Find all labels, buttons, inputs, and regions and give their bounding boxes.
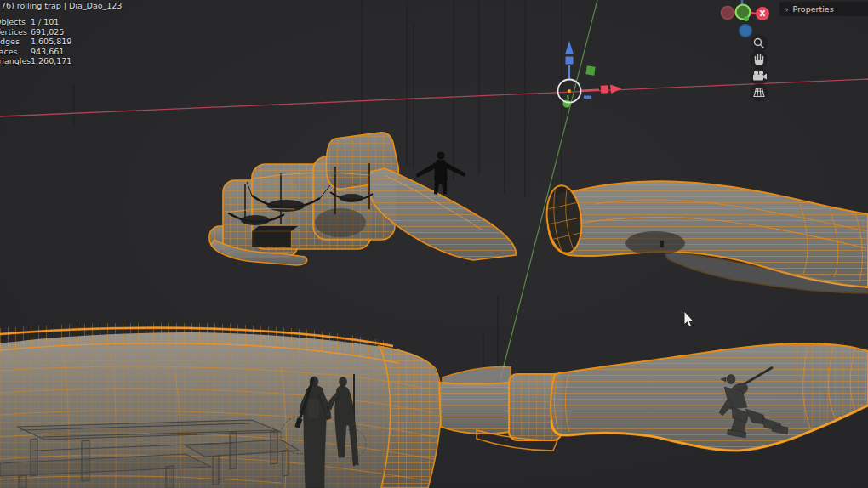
properties-panel-label: Properties [793, 4, 834, 14]
tunnel-room-interior-bottom-left[interactable] [0, 323, 442, 488]
viewport-canvas[interactable]: X [0, 0, 868, 488]
axis-ball-z-negative[interactable] [740, 25, 752, 37]
move-gizmo-z-handle[interactable] [566, 57, 574, 65]
axis-ball-x-label: X [760, 9, 766, 18]
zoom-button[interactable] [751, 35, 768, 53]
pan-button[interactable] [751, 51, 768, 69]
object-origin-dot [568, 89, 571, 93]
axis-ball-x-negative[interactable] [722, 7, 734, 20]
move-gizmo-plane-handle-blue[interactable] [584, 96, 591, 99]
properties-panel-header[interactable]: › Properties [779, 2, 868, 16]
camera-view-button[interactable] [751, 68, 768, 86]
chevron-right-icon: › [785, 5, 789, 14]
move-gizmo-plane-handle-green[interactable] [585, 65, 595, 75]
blender-3d-viewport-window: { "window": { "title_overlay": "76) roll… [0, 0, 868, 488]
move-gizmo-x-handle[interactable] [601, 85, 609, 94]
move-gizmo-x-axis[interactable] [581, 90, 599, 91]
axis-y-stub [744, 16, 749, 21]
perspective-toggle-button[interactable] [751, 84, 768, 102]
